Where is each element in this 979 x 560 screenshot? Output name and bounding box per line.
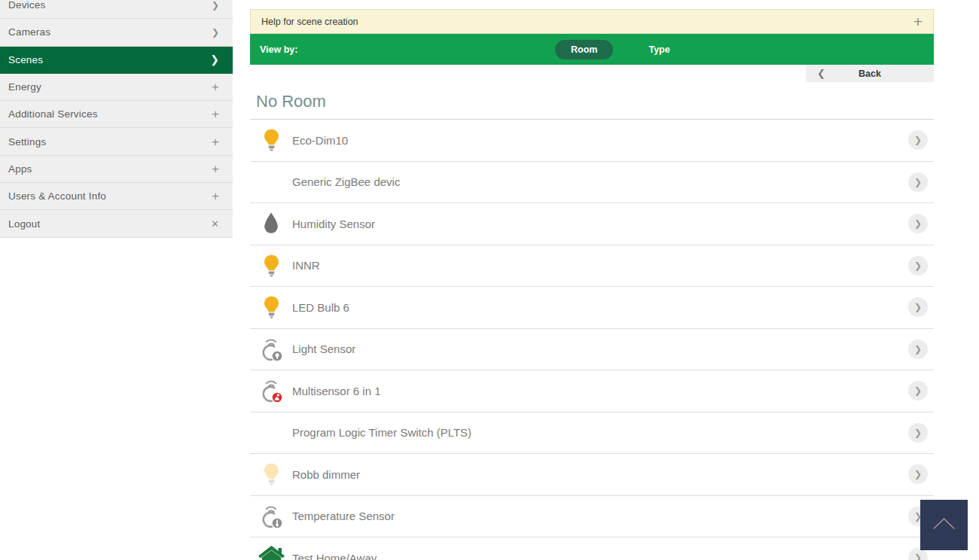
close-icon: ✕ (211, 219, 219, 229)
bulb-icon (250, 254, 292, 277)
chevron-right-icon: ❯ (914, 219, 922, 228)
back-button[interactable]: ❮ Back (806, 65, 934, 82)
sidebar-item-scenes[interactable]: Scenes❯ (0, 47, 233, 74)
back-button-label: Back (859, 68, 881, 79)
sidebar-item-label: Cameras (8, 26, 50, 38)
device-label: Multisensor 6 in 1 (292, 385, 381, 397)
view-by-bar: View by: RoomType (250, 34, 934, 65)
sidebar-item-settings[interactable]: Settings+ (0, 128, 233, 155)
page-title: No Room (256, 92, 934, 111)
device-row-light-sensor[interactable]: Light Sensor❯ (250, 329, 934, 371)
plus-icon: + (212, 135, 219, 148)
device-label: Generic ZigBee devic (292, 175, 400, 188)
back-row: ❮ Back (250, 65, 934, 82)
device-row-temperature-sensor[interactable]: Temperature Sensor❯ (250, 496, 934, 538)
sidebar-item-cameras[interactable]: Cameras❯ (0, 19, 233, 46)
sidebar-item-label: Devices (8, 0, 45, 11)
plus-icon: + (212, 108, 219, 120)
device-label: Eco-Dim10 (292, 134, 348, 147)
chevron-icon: ❯ (212, 1, 219, 10)
help-banner: Help for scene creation + (250, 9, 934, 34)
plus-icon: + (212, 190, 219, 202)
view-by-option-type[interactable]: Type (633, 40, 685, 59)
chevron-right-icon: ❯ (914, 386, 922, 395)
sidebar-item-users-account-info[interactable]: Users & Account Info+ (0, 183, 233, 210)
device-label: Light Sensor (292, 342, 355, 355)
plus-icon: + (212, 81, 219, 93)
sidebar-item-label: Scenes (8, 54, 43, 65)
chevron-right-icon: ❯ (914, 470, 922, 479)
row-detail-button[interactable]: ❯ (908, 423, 928, 443)
help-banner-label: Help for scene creation (261, 17, 358, 27)
device-label: Humidity Sensor (292, 218, 375, 230)
chevron-right-icon: ❯ (914, 345, 922, 354)
device-label: Temperature Sensor (292, 510, 395, 522)
sidebar-item-logout[interactable]: Logout✕ (0, 210, 233, 237)
device-row-generic-zigbee-devic[interactable]: Generic ZigBee devic❯ (250, 162, 934, 204)
row-detail-button[interactable]: ❯ (908, 214, 928, 233)
device-label: INNR (292, 259, 320, 272)
device-row-led-bulb-6[interactable]: LED Bulb 6❯ (250, 287, 934, 329)
sidebar-item-additional-services[interactable]: Additional Services+ (0, 101, 233, 128)
bulb-dim-icon (250, 463, 292, 485)
chevron-right-icon: ❯ (914, 553, 922, 560)
sidebar-item-energy[interactable]: Energy+ (0, 74, 233, 101)
sidebar-item-label: Logout (8, 218, 41, 230)
sidebar-menu: Devices❯Cameras❯Scenes❯Energy+Additional… (0, 0, 233, 238)
chevron-icon: ❯ (210, 54, 219, 65)
sidebar-item-label: Settings (8, 136, 46, 148)
device-row-humidity-sensor[interactable]: Humidity Sensor❯ (250, 203, 934, 245)
sidebar-item-label: Energy (8, 81, 41, 93)
device-label: Robb dimmer (292, 468, 360, 481)
row-detail-button[interactable]: ❯ (908, 339, 928, 359)
row-detail-button[interactable]: ❯ (908, 172, 928, 192)
app-window: Devices❯Cameras❯Scenes❯Energy+Additional… (0, 0, 979, 560)
sensor-temperature-icon (250, 503, 292, 530)
device-row-test-home-away[interactable]: Test Home/Away❯ (250, 537, 934, 560)
chevron-right-icon: ❯ (914, 428, 922, 437)
row-detail-button[interactable]: ❯ (908, 256, 928, 275)
device-row-innr[interactable]: INNR❯ (250, 245, 934, 288)
sidebar-item-apps[interactable]: Apps+ (0, 156, 233, 183)
device-label: Program Logic Timer Switch (PLTS) (292, 426, 471, 439)
chevron-right-icon: ❯ (914, 303, 922, 312)
device-label: Test Home/Away (292, 552, 377, 560)
sensor-alert-icon (250, 377, 292, 404)
device-label: LED Bulb 6 (292, 301, 349, 314)
chevron-right-icon: ❯ (914, 178, 922, 187)
bulb-icon (250, 296, 292, 318)
view-by-option-room[interactable]: Room (555, 40, 613, 59)
plus-icon: + (212, 163, 219, 175)
main-content: Help for scene creation + View by: RoomT… (250, 0, 934, 560)
sidebar-item-devices[interactable]: Devices❯ (0, 0, 233, 19)
device-row-robb-dimmer[interactable]: Robb dimmer❯ (250, 454, 934, 496)
droplet-icon (250, 212, 292, 235)
house-icon (250, 545, 292, 560)
sensor-light-icon (250, 336, 292, 363)
scroll-to-top-button[interactable] (920, 500, 968, 550)
view-by-label: View by: (260, 44, 297, 55)
chevron-icon: ❯ (212, 28, 219, 37)
sidebar-item-label: Users & Account Info (8, 190, 106, 202)
row-detail-button[interactable]: ❯ (908, 297, 928, 317)
view-by-options: RoomType (555, 34, 686, 65)
device-list: Eco-Dim10❯Generic ZigBee devic❯ Humidity… (250, 120, 934, 560)
device-row-eco-dim10[interactable]: Eco-Dim10❯ (250, 120, 934, 162)
chevron-right-icon: ❯ (914, 261, 922, 270)
chevron-up-icon (926, 506, 962, 544)
row-detail-button[interactable]: ❯ (908, 381, 928, 400)
bulb-icon (250, 129, 292, 151)
sidebar-item-label: Additional Services (8, 108, 98, 120)
chevron-left-icon: ❮ (817, 68, 825, 79)
device-row-program-logic-timer-switch-plts[interactable]: Program Logic Timer Switch (PLTS)❯ (250, 412, 934, 455)
sidebar-item-label: Apps (8, 163, 32, 175)
device-row-multisensor-6-in-1[interactable]: Multisensor 6 in 1❯ (250, 370, 934, 412)
row-detail-button[interactable]: ❯ (908, 130, 928, 150)
row-detail-button[interactable]: ❯ (908, 464, 928, 484)
chevron-right-icon: ❯ (914, 135, 922, 145)
plus-icon[interactable]: + (913, 14, 923, 29)
